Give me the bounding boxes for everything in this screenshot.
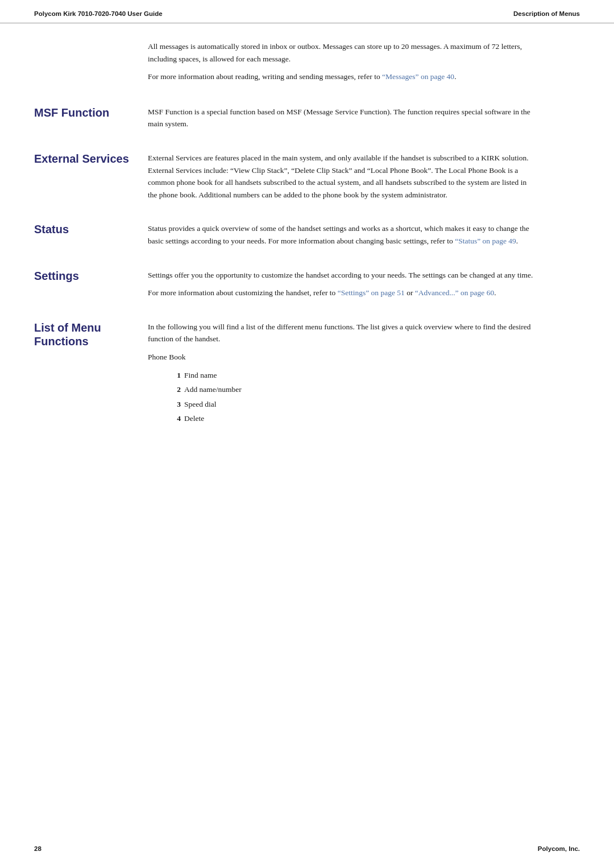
external-services-section: External Services External Services are … [34,152,580,201]
header-right: Description of Menus [513,10,580,17]
settings-link1[interactable]: “Settings” on page 51 [338,288,405,297]
intro-block: All messages is automatically stored in … [148,40,534,83]
item-text: Speed dial [184,400,217,408]
page-footer: 28 Polycom, Inc. [34,845,580,852]
list-item: 1Find name [171,369,534,382]
settings-link2[interactable]: “Advanced...” on page 60 [415,288,494,297]
footer-company: Polycom, Inc. [538,845,580,852]
menu-items-list: 1Find name 2Add name/number 3Speed dial … [171,369,534,425]
settings-body: Settings offer you the opportunity to cu… [148,269,534,299]
item-text: Add name/number [184,385,242,394]
intro-para2: For more information about reading, writ… [148,71,534,83]
item-text: Find name [184,371,217,379]
external-services-body: External Services are features placed in… [148,152,534,201]
status-heading-col: Status [34,222,148,247]
msf-function-text: MSF Function is a special function based… [148,106,534,130]
external-services-heading-col: External Services [34,152,148,201]
phone-book-label: Phone Book [148,351,534,363]
item-num: 3 [171,398,181,411]
footer-page-number: 28 [34,845,42,852]
page-content: All messages is automatically stored in … [0,23,614,483]
list-of-menu-functions-heading-col: List of Menu Functions [34,321,148,427]
status-heading: Status [34,222,148,236]
intro-para1: All messages is automatically stored in … [148,40,534,65]
item-text: Delete [184,414,204,423]
settings-section: Settings Settings offer you the opportun… [34,269,580,299]
msf-function-section: MSF Function MSF Function is a special f… [34,106,580,130]
settings-heading-col: Settings [34,269,148,299]
settings-text1: Settings offer you the opportunity to cu… [148,269,534,282]
list-intro: In the following you will find a list of… [148,321,534,345]
list-of-menu-functions-section: List of Menu Functions In the following … [34,321,580,427]
status-section: Status Status provides a quick overview … [34,222,580,247]
status-body: Status provides a quick overview of some… [148,222,534,247]
list-of-menu-functions-heading: List of Menu Functions [34,321,148,348]
msf-function-body: MSF Function is a special function based… [148,106,534,130]
settings-text2: For more information about customizing t… [148,287,534,299]
external-services-text: External Services are features placed in… [148,152,534,201]
list-item: 2Add name/number [171,383,534,396]
status-link[interactable]: “Status” on page 49 [455,237,516,245]
msf-function-heading-col: MSF Function [34,106,148,130]
list-of-menu-functions-body: In the following you will find a list of… [148,321,534,427]
page: Polycom Kirk 7010-7020-7040 User Guide D… [0,0,614,868]
item-num: 1 [171,369,181,382]
item-num: 2 [171,383,181,396]
msf-function-heading: MSF Function [34,106,148,119]
header-left: Polycom Kirk 7010-7020-7040 User Guide [34,10,163,17]
item-num: 4 [171,412,181,425]
list-item: 3Speed dial [171,398,534,411]
messages-link[interactable]: “Messages” on page 40 [382,72,454,81]
status-text: Status provides a quick overview of some… [148,222,534,247]
settings-heading: Settings [34,269,148,283]
page-header: Polycom Kirk 7010-7020-7040 User Guide D… [0,0,614,23]
external-services-heading: External Services [34,152,148,166]
list-item: 4Delete [171,412,534,425]
